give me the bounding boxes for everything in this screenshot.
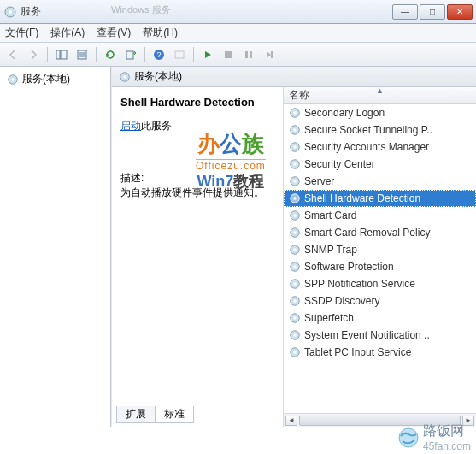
service-row[interactable]: SNMP Trap [284, 241, 476, 258]
ghost-title: Windows 服务 [111, 3, 171, 16]
service-list-pane: ▲ 名称 Secondary LogonSecure Socket Tunnel… [283, 87, 476, 427]
service-row[interactable]: SPP Notification Service [284, 275, 476, 292]
right-pane-header: 服务(本地) [112, 67, 476, 87]
svg-rect-11 [175, 51, 184, 58]
service-label: Server [304, 175, 334, 187]
toolbar-separator [47, 47, 48, 62]
extra-button[interactable] [170, 45, 189, 64]
minimize-button[interactable]: — [392, 4, 418, 20]
column-header-label: 名称 [289, 88, 309, 103]
start-service-button[interactable] [198, 45, 217, 64]
service-row[interactable]: SSDP Discovery [284, 292, 476, 310]
service-row[interactable]: Security Center [284, 156, 476, 173]
svg-point-23 [293, 128, 297, 132]
svg-point-39 [293, 265, 297, 268]
service-list[interactable]: Secondary LogonSecure Socket Tunneling P… [284, 104, 476, 413]
service-label: Superfetch [304, 312, 354, 324]
tab-standard[interactable]: 标准 [155, 406, 194, 423]
wm-char1: 办 [197, 131, 220, 156]
stop-service-button[interactable] [219, 45, 238, 64]
svg-rect-15 [271, 51, 273, 58]
svg-point-35 [293, 231, 297, 234]
svg-point-27 [293, 162, 297, 166]
service-label: SSDP Discovery [304, 295, 379, 307]
service-label: Smart Card Removal Policy [304, 227, 430, 239]
service-row[interactable]: Server [284, 173, 476, 190]
service-label: Secure Socket Tunneling P.. [304, 124, 432, 136]
selected-service-name: Shell Hardware Detection [120, 96, 276, 109]
show-hide-tree-button[interactable] [52, 45, 71, 64]
footer-brand: 路饭网 [423, 422, 471, 440]
sort-arrow-icon: ▲ [376, 87, 384, 95]
service-row[interactable]: Shell Hardware Detection [284, 190, 476, 207]
toolbar: ? [0, 43, 476, 67]
service-row[interactable]: Software Protection [284, 258, 476, 275]
service-row[interactable]: Smart Card [284, 207, 476, 224]
restart-service-button[interactable] [260, 45, 279, 64]
back-button[interactable] [3, 45, 22, 64]
menu-file[interactable]: 文件(F) [5, 26, 38, 40]
svg-point-50 [399, 428, 418, 447]
main-area: 服务(本地) 服务(本地) Shell Hardware Detection 启… [0, 67, 476, 427]
service-label: SPP Notification Service [304, 278, 415, 290]
menu-view[interactable]: 查看(V) [97, 26, 131, 40]
toolbar-separator [193, 47, 194, 62]
service-label: Shell Hardware Detection [304, 192, 420, 204]
wm-char2: 公 [220, 131, 242, 156]
view-tabs: 扩展 标准 [116, 406, 193, 423]
svg-point-31 [293, 197, 297, 200]
watermark: 办公族 Officezu.com Win7教程 [196, 132, 266, 190]
service-label: SNMP Trap [304, 244, 357, 256]
right-header-label: 服务(本地) [134, 69, 182, 84]
window-title: 服务 [21, 4, 41, 19]
service-label: Software Protection [304, 261, 394, 273]
service-label: Security Accounts Manager [304, 141, 429, 153]
wm-char3: 族 [242, 131, 264, 156]
gear-icon [119, 71, 131, 83]
svg-point-21 [293, 111, 297, 115]
svg-point-37 [293, 248, 297, 251]
service-row[interactable]: Tablet PC Input Service [284, 344, 476, 361]
wm-officezu: Officezu.com [196, 159, 266, 173]
svg-rect-14 [250, 51, 252, 58]
gear-icon [7, 74, 19, 85]
refresh-button[interactable] [101, 45, 120, 64]
start-suffix: 此服务 [141, 120, 172, 132]
service-row[interactable]: System Event Notification .. [284, 327, 476, 344]
svg-rect-2 [56, 50, 60, 59]
svg-text:?: ? [156, 50, 161, 59]
column-header-name[interactable]: ▲ 名称 [284, 87, 476, 104]
pause-service-button[interactable] [239, 45, 258, 64]
service-row[interactable]: Smart Card Removal Policy [284, 224, 476, 241]
start-service-link[interactable]: 启动 [120, 120, 141, 132]
properties-button[interactable] [73, 45, 91, 64]
export-button[interactable] [121, 45, 140, 64]
tree-root-label: 服务(本地) [22, 72, 70, 86]
svg-rect-8 [126, 51, 133, 59]
service-row[interactable]: Superfetch [284, 310, 476, 327]
globe-icon [397, 427, 420, 449]
forward-button[interactable] [24, 45, 43, 64]
close-button[interactable]: ✕ [447, 4, 473, 20]
svg-rect-12 [225, 51, 232, 58]
menu-action[interactable]: 操作(A) [50, 26, 85, 40]
menu-help[interactable]: 帮助(H) [143, 26, 178, 40]
tree-root-node[interactable]: 服务(本地) [5, 70, 105, 88]
maximize-button[interactable]: □ [420, 4, 445, 20]
svg-point-19 [123, 75, 126, 79]
svg-point-33 [293, 214, 297, 217]
svg-point-1 [9, 10, 12, 14]
footer-watermark: 路饭网 45fan.com [397, 422, 471, 452]
service-label: Security Center [304, 158, 375, 170]
wm-tutorial: 教程 [233, 173, 264, 190]
service-row[interactable]: Security Accounts Manager [284, 139, 476, 156]
service-row[interactable]: Secondary Logon [284, 104, 476, 121]
detail-pane: Shell Hardware Detection 启动此服务 描述: 为自动播放… [112, 87, 283, 427]
service-row[interactable]: Secure Socket Tunneling P.. [284, 121, 476, 139]
scroll-left-button[interactable]: ◄ [285, 416, 297, 426]
svg-rect-13 [245, 51, 248, 58]
right-pane: 服务(本地) Shell Hardware Detection 启动此服务 描述… [111, 67, 476, 427]
service-label: Tablet PC Input Service [304, 346, 411, 358]
help-button[interactable]: ? [150, 45, 168, 64]
tab-extended[interactable]: 扩展 [116, 406, 156, 423]
